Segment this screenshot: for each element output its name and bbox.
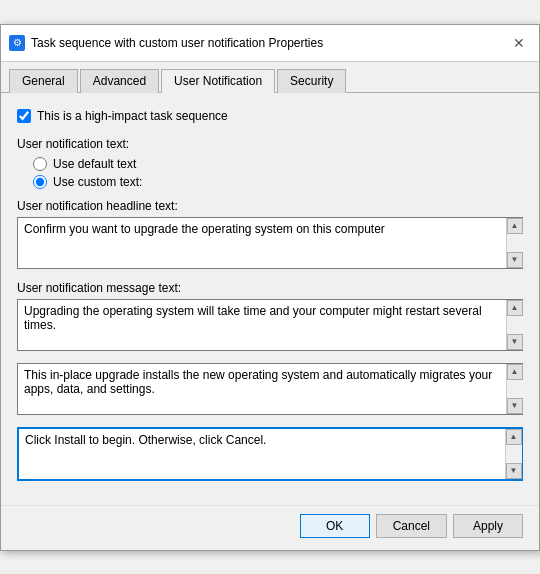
message-wrapper-1: Upgrading the operating system will take… — [17, 299, 523, 351]
headline-container: Confirm you want to upgrade the operatin… — [17, 217, 523, 269]
tab-bar: General Advanced User Notification Secur… — [1, 62, 539, 93]
message-textarea-2[interactable]: This in-place upgrade installs the new o… — [18, 364, 506, 414]
message-wrapper-3: Click Install to begin. Otherwise, click… — [17, 427, 523, 481]
tab-security[interactable]: Security — [277, 69, 346, 93]
message-scroll-down-2[interactable]: ▼ — [507, 398, 523, 414]
tab-general[interactable]: General — [9, 69, 78, 93]
message-scroll-track-2 — [507, 380, 523, 398]
window-title: Task sequence with custom user notificat… — [31, 36, 323, 50]
radio-group: Use default text Use custom text: — [33, 157, 523, 189]
tab-advanced[interactable]: Advanced — [80, 69, 159, 93]
radio-custom[interactable] — [33, 175, 47, 189]
window-icon: ⚙ — [9, 35, 25, 51]
message-scroll-track-1 — [507, 316, 523, 334]
ok-button[interactable]: OK — [300, 514, 370, 538]
message-container-3: Click Install to begin. Otherwise, click… — [17, 427, 523, 481]
headline-scrollbar: ▲ ▼ — [506, 218, 522, 268]
headline-label: User notification headline text: — [17, 199, 523, 213]
headline-scroll-up[interactable]: ▲ — [507, 218, 523, 234]
message-scroll-up-1[interactable]: ▲ — [507, 300, 523, 316]
message-textarea-1[interactable]: Upgrading the operating system will take… — [18, 300, 506, 350]
dialog-window: ⚙ Task sequence with custom user notific… — [0, 24, 540, 551]
message-scroll-up-2[interactable]: ▲ — [507, 364, 523, 380]
message-scrollbar-1: ▲ ▼ — [506, 300, 522, 350]
message-container-1: Upgrading the operating system will take… — [17, 299, 523, 351]
radio-custom-row: Use custom text: — [33, 175, 523, 189]
message-wrapper-2: This in-place upgrade installs the new o… — [17, 363, 523, 415]
high-impact-checkbox[interactable] — [17, 109, 31, 123]
message-label: User notification message text: — [17, 281, 523, 295]
radio-default-label: Use default text — [53, 157, 136, 171]
cancel-button[interactable]: Cancel — [376, 514, 447, 538]
close-button[interactable]: ✕ — [507, 31, 531, 55]
notification-text-label: User notification text: — [17, 137, 523, 151]
message-textarea-3[interactable]: Click Install to begin. Otherwise, click… — [19, 429, 505, 479]
message-scroll-track-3 — [506, 445, 522, 463]
message-scrollbar-3: ▲ ▼ — [505, 429, 521, 479]
radio-default-row: Use default text — [33, 157, 523, 171]
high-impact-label: This is a high-impact task sequence — [37, 109, 228, 123]
title-bar: ⚙ Task sequence with custom user notific… — [1, 25, 539, 62]
headline-scroll-down[interactable]: ▼ — [507, 252, 523, 268]
dialog-footer: OK Cancel Apply — [1, 505, 539, 550]
tab-user-notification[interactable]: User Notification — [161, 69, 275, 93]
radio-default[interactable] — [33, 157, 47, 171]
tab-content: This is a high-impact task sequence User… — [1, 93, 539, 505]
message-scroll-up-3[interactable]: ▲ — [506, 429, 522, 445]
apply-button[interactable]: Apply — [453, 514, 523, 538]
radio-custom-label: Use custom text: — [53, 175, 142, 189]
headline-textarea[interactable]: Confirm you want to upgrade the operatin… — [18, 218, 506, 268]
message-container-2: This in-place upgrade installs the new o… — [17, 363, 523, 415]
message-scrollbar-2: ▲ ▼ — [506, 364, 522, 414]
high-impact-row: This is a high-impact task sequence — [17, 109, 523, 123]
message-scroll-down-3[interactable]: ▼ — [506, 463, 522, 479]
headline-wrapper: Confirm you want to upgrade the operatin… — [17, 217, 523, 269]
headline-scroll-track — [507, 234, 523, 252]
message-scroll-down-1[interactable]: ▼ — [507, 334, 523, 350]
title-bar-left: ⚙ Task sequence with custom user notific… — [9, 35, 323, 51]
